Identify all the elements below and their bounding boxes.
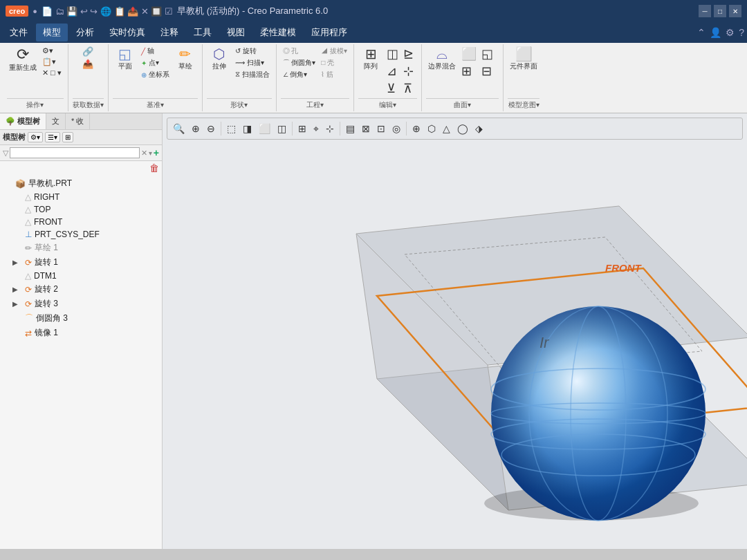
angle-btn[interactable]: ∠ 倒角▾: [281, 69, 318, 80]
view-manager-button[interactable]: ⊕: [409, 122, 423, 136]
separator: [406, 122, 407, 136]
menu-annotation[interactable]: 注释: [154, 24, 185, 41]
edit-btn4[interactable]: ⊹: [401, 63, 417, 80]
tree-item-fillet3[interactable]: ⌒ 倒圆角 3: [0, 311, 162, 326]
tree-settings-button[interactable]: ⚙▾: [28, 132, 43, 142]
regenerate-button[interactable]: ⟳ 重新生成: [7, 46, 39, 73]
sidebar-tab-collect[interactable]: * 收: [66, 113, 90, 129]
edit-btn3[interactable]: ⊿: [385, 63, 400, 80]
perspective-button[interactable]: ⬡: [425, 122, 439, 136]
surf-btn3[interactable]: ⊞: [459, 63, 479, 80]
hidden-line-button[interactable]: ⬜: [256, 122, 273, 136]
array-button[interactable]: ⊞ 阵列: [358, 46, 383, 72]
section-view-button[interactable]: △: [440, 122, 453, 136]
saved-views-button[interactable]: ⬗: [472, 122, 486, 136]
zoom-out-button[interactable]: ⊖: [204, 122, 218, 136]
edit-btn2[interactable]: ⊵: [401, 46, 417, 62]
edit-btn5[interactable]: ⊻: [385, 80, 400, 97]
shaded-button[interactable]: ◨: [240, 122, 255, 136]
coord-sys-button[interactable]: ⌖: [311, 122, 322, 136]
tree-item-sketch1[interactable]: ✏ 草绘 1: [0, 241, 162, 255]
tree-item-csys[interactable]: ⊥ PRT_CSYS_DEF: [0, 228, 162, 241]
revolve-btn[interactable]: ↺ 旋转: [233, 46, 272, 57]
axis-btn[interactable]: ╱ 轴: [139, 46, 172, 57]
surf-btn4[interactable]: ⊟: [479, 63, 499, 80]
tree-item-front[interactable]: △ FRONT: [0, 216, 162, 228]
menu-simulation[interactable]: 实时仿真: [102, 24, 152, 41]
ops-btn1[interactable]: ⚙▾: [40, 46, 64, 56]
spin-button[interactable]: ⊹: [323, 122, 337, 136]
sweepblend-btn[interactable]: ⧖ 扫描混合: [233, 69, 272, 80]
surf-btn1[interactable]: ⬜: [459, 46, 479, 62]
rib-btn[interactable]: ⌇ 筋: [319, 69, 349, 80]
tree-expand-button[interactable]: ⊞: [62, 132, 73, 142]
ops-btn3[interactable]: ✕ □ ▾: [40, 68, 64, 78]
component-boundary-button[interactable]: ⬜ 元件界面: [508, 46, 540, 72]
sidebar-tab-model-tree[interactable]: 🌳 模型树: [0, 113, 46, 129]
ops-btn2[interactable]: 📋▾: [40, 57, 64, 67]
revolve3-expander[interactable]: ▶: [12, 300, 22, 308]
tree-item-revolve3[interactable]: ▶ ⟳ 旋转 3: [0, 297, 162, 311]
extrude-icon: ⬡: [213, 47, 225, 61]
extrude-button[interactable]: ⬡ 拉伸: [207, 46, 232, 72]
repaint-button[interactable]: ⊞: [295, 122, 309, 136]
tree-item-revolve1[interactable]: ▶ ⟳ 旋转 1: [0, 255, 162, 270]
xsec-button[interactable]: ⊠: [359, 122, 373, 136]
tree-item-top[interactable]: △ TOP: [0, 203, 162, 216]
edit-btn1[interactable]: ◫: [385, 46, 400, 62]
getdata-btn1[interactable]: 🔗: [80, 46, 95, 57]
annotation-button[interactable]: ◎: [389, 122, 403, 136]
menu-analysis[interactable]: 分析: [69, 24, 101, 41]
datum-label: 基准▾: [113, 98, 198, 110]
section-button[interactable]: ▤: [343, 122, 358, 136]
sketch-button[interactable]: ✏ 草绘: [173, 46, 198, 72]
fillet-btn[interactable]: ⌒ 倒圆角▾: [281, 57, 318, 68]
delete-icon[interactable]: 🗑: [149, 162, 159, 174]
tree-item-mirror1[interactable]: ⇄ 镜像 1: [0, 326, 162, 340]
tree-item-revolve2[interactable]: ▶ ⟳ 旋转 2: [0, 282, 162, 297]
coord-btn[interactable]: ⊕ 坐标系: [139, 69, 172, 80]
menu-flex-modeling[interactable]: 柔性建模: [253, 24, 303, 41]
menu-model[interactable]: 模型: [36, 24, 68, 41]
revolve-icon: ⟳: [25, 285, 32, 295]
tree-item-part[interactable]: 📦 早教机.PRT: [0, 176, 162, 191]
draft-btn[interactable]: ◢ 拔模▾: [319, 46, 349, 57]
plane-button[interactable]: ◱ 平面: [113, 46, 138, 72]
tree-delete-row: 🗑: [0, 161, 162, 175]
tree-search-input[interactable]: [10, 147, 140, 158]
surf-btn2[interactable]: ◱: [479, 46, 499, 62]
orient-button[interactable]: ◯: [454, 122, 471, 136]
hole-btn[interactable]: ◎ 孔: [281, 46, 318, 57]
menu-tools[interactable]: 工具: [187, 24, 219, 41]
maximize-button[interactable]: □: [714, 5, 726, 17]
point-btn[interactable]: ✦ 点▾: [139, 57, 172, 68]
revolve1-expander[interactable]: ▶: [12, 259, 22, 266]
zoom-fit-button[interactable]: 🔍: [170, 122, 187, 136]
menu-file[interactable]: 文件: [3, 24, 35, 41]
tree-item-label: DTM1: [34, 271, 57, 281]
ribbon-group-engineering: ◎ 孔 ⌒ 倒圆角▾ ∠ 倒角▾ ◢ 拔模▾ □ 壳 ⌇ 筋 工程▾: [277, 44, 355, 111]
boundary-blend-button[interactable]: ⌓ 边界混合: [426, 46, 458, 72]
3d-scene[interactable]: FRONT Ir: [163, 144, 747, 549]
tree-item-dtm1[interactable]: △ DTM1: [0, 270, 162, 282]
revolve2-expander[interactable]: ▶: [12, 286, 22, 293]
tree-item-right[interactable]: △ RIGHT: [0, 191, 162, 203]
shell-btn[interactable]: □ 壳: [319, 57, 349, 68]
datum-display-button[interactable]: ⊡: [374, 122, 388, 136]
wireframe-button[interactable]: ⬚: [224, 122, 239, 136]
menu-view[interactable]: 视图: [220, 24, 252, 41]
menu-applications[interactable]: 应用程序: [304, 24, 354, 41]
tree-filter-button[interactable]: ☰▾: [45, 132, 60, 142]
edit-btn6[interactable]: ⊼: [401, 80, 417, 97]
sidebar-tab-text[interactable]: 文: [46, 113, 66, 129]
getdata-btn2[interactable]: 📤: [80, 58, 95, 70]
no-hidden-button[interactable]: ◫: [275, 122, 289, 136]
sweep-btn[interactable]: ⟿ 扫描▾: [233, 57, 272, 68]
zoom-in-button[interactable]: ⊕: [189, 122, 203, 136]
csys-icon: ⊥: [25, 230, 32, 239]
tree-add-button[interactable]: +: [154, 147, 159, 158]
minimize-button[interactable]: ─: [699, 5, 711, 17]
tree-search-clear[interactable]: ✕: [141, 149, 147, 158]
close-button[interactable]: ✕: [729, 5, 741, 17]
tree-search-dropdown[interactable]: ▾: [149, 149, 152, 157]
